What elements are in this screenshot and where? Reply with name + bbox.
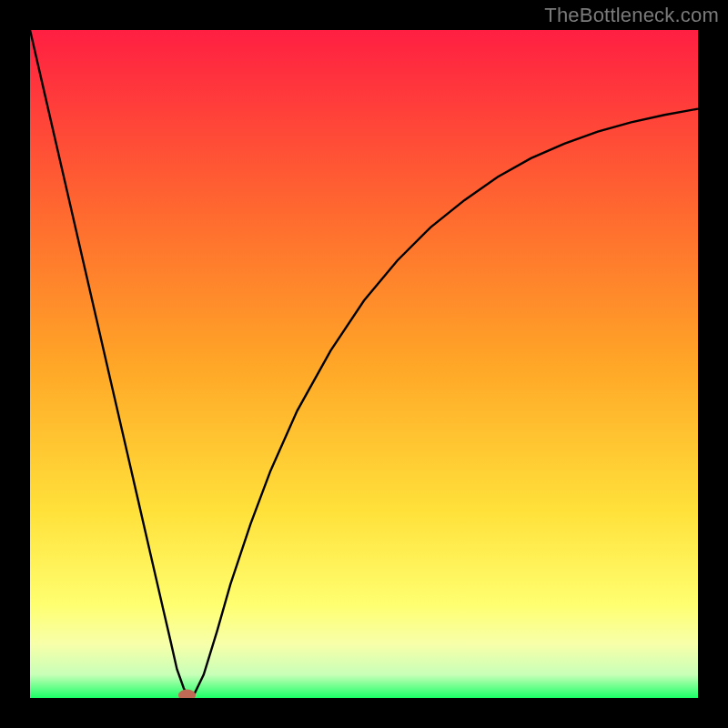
chart-plot-area <box>30 30 698 698</box>
gradient-background <box>30 30 698 698</box>
chart-frame: TheBottleneck.com <box>0 0 728 728</box>
chart-svg <box>30 30 698 698</box>
watermark-text: TheBottleneck.com <box>544 4 719 27</box>
